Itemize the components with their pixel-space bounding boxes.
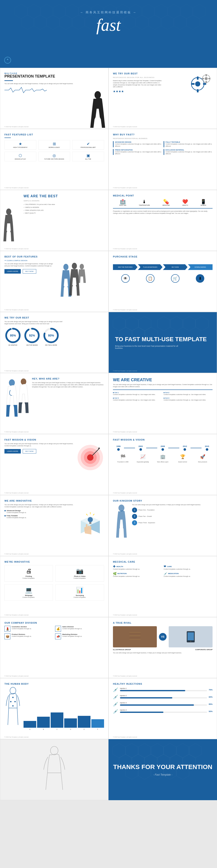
slide-human-body: THE HUMAN BODY	[0, 678, 108, 739]
silhouette-person-left	[0, 208, 17, 251]
svg-line-76	[93, 514, 94, 516]
item-advanced: Advanced Design Content templates throug…	[4, 510, 74, 514]
learn-more-button[interactable]: LEARN MORE	[4, 269, 21, 274]
svg-rect-34	[191, 83, 194, 85]
slide-we-try: WE TRY OUR BEST	[108, 68, 217, 129]
feature-future: ◎ FUTURE VECTORS DESIGN	[38, 152, 70, 161]
slide-thanks: THANKS FOR YOUR ATTENTION - Fast Templat…	[108, 739, 217, 800]
mission-buy-button[interactable]: BUY NOW	[23, 449, 36, 454]
stat-95: 95% 3D GRAPHIC	[4, 327, 22, 346]
syringe-icon-1: 💉	[113, 687, 118, 692]
tl-icon-4: 🏆	[180, 454, 185, 459]
timeline-line-1	[124, 448, 135, 448]
creative-divider	[113, 390, 213, 390]
icon-photo: 📷 Photo & Video Content templates.	[56, 565, 104, 582]
who-body: You can write design and your brief targ…	[32, 382, 104, 388]
slide-mission-left: FAST MISSION & VISION You can write desi…	[0, 434, 108, 495]
innovative-body: You can write design and your brief targ…	[4, 504, 74, 508]
svg-point-87	[10, 687, 16, 694]
slide-pair-11: THE HUMAN BODY	[0, 678, 217, 739]
svg-rect-32	[197, 76, 198, 80]
icon-webpage: 💻 Webpage Content templates.	[4, 584, 53, 601]
year-2003: 2003	[135, 445, 146, 451]
point-1: ✓ CALL/FRIENDLY, it's just as well, it h…	[24, 204, 104, 206]
star-icon: ★	[6, 142, 35, 146]
injection-1-pct: 75%	[209, 689, 213, 691]
buy-now-button[interactable]: BUY NOW	[23, 269, 36, 274]
slide6-right-footer: © 2019 Fast Template is all rights reser…	[113, 431, 213, 433]
download-icon: ⬇	[196, 274, 204, 283]
division-sales: 💰 Sales Division Content templates throu…	[55, 626, 104, 632]
svg-point-45	[80, 264, 84, 269]
survey-icon: 📊	[58, 587, 102, 594]
mission-text: FAST MISSION & VISION You can write desi…	[4, 438, 74, 477]
to-fast-subtitle: Bring your business to the next level no…	[115, 345, 179, 349]
slide4-right-footer: © 2019 Fast Template is all rights reser…	[113, 309, 213, 310]
creative-cols: ■ Col 1 Content templates customize thro…	[113, 392, 213, 401]
pill-icon: 💊	[162, 199, 170, 205]
why-buy-subtitle: RESPONSIVE DESIGN FOR ALL BUSINESS	[113, 137, 213, 140]
to-fast-title: TO FAST MULTI-USE TEMPLATE	[115, 336, 211, 343]
stage-4: DOWNLOADING	[188, 264, 213, 270]
camera-icon: 📷	[58, 567, 102, 575]
slide-true-rival: A TRUE RIVAL VS	[108, 617, 217, 678]
slide-multiuse-body: You can write design and your brief targ…	[4, 83, 104, 85]
injection-2-pct: 60%	[209, 696, 213, 698]
slide-multiuse-title: PRESENTATION TEMPLATE	[4, 74, 104, 79]
features-grid: ★ HIGH TYPOGRAPHY ⊞ WORKS & EASY ✔ PROFE…	[4, 140, 104, 161]
injection-2-bar: Injection 2	[120, 695, 207, 699]
injection-1-bar: Injection 1	[120, 688, 207, 692]
slide-why-buy: WHY BUY FAST? RESPONSIVE DESIGN FOR ALL …	[108, 129, 217, 190]
svg-rect-82	[129, 638, 141, 638]
why-buy-title: WHY BUY FAST?	[113, 133, 213, 136]
purchase-stages: SEE THE FEATURES PLAN ADVANTAGES BUY NOW…	[113, 264, 213, 283]
svg-point-88	[12, 697, 13, 698]
circle-92: 92%	[24, 327, 40, 344]
plan-icon: 📋	[146, 274, 154, 283]
cover-subtitle-cn: ～ 商务风互联网科技通用模板 ～	[0, 0, 217, 14]
innovative-content: WE ARE INNOVATIVE You can write design a…	[4, 499, 104, 543]
stage-icon-3: 🛒	[171, 274, 180, 283]
slide-were-innovative: WE'RE INNOVATIVE 🖨 Printing Content temp…	[0, 556, 108, 617]
device-icon	[184, 630, 197, 643]
gear-icons	[187, 72, 213, 94]
thanks-subtitle: - Fast Template -	[113, 773, 212, 776]
svg-rect-39	[206, 81, 207, 83]
slide11-right-footer: © 2019 Fast Template is all rights reser…	[113, 736, 213, 738]
injection-3-pct: 85%	[209, 703, 213, 705]
mission-learn-button[interactable]: LEARN MORE	[4, 449, 21, 454]
injections-title: HEALTHY INJECTIONS	[113, 683, 213, 685]
svg-rect-35	[203, 83, 206, 85]
cover-logo	[4, 57, 11, 64]
cosmetics-icon: 💄	[4, 626, 10, 632]
check-icon: ✔	[74, 142, 102, 146]
were-innovative-title: WE'RE INNOVATIVE	[4, 560, 104, 563]
medication-icon: 💉	[164, 572, 167, 575]
slide-mission-right: FAST MISSION & VISION 1996 2003	[108, 434, 217, 495]
bar-f	[91, 719, 104, 728]
injection-4-pct: 50%	[209, 710, 213, 712]
svg-rect-41	[208, 78, 211, 79]
tl-icon-5: 🚀	[200, 454, 205, 459]
slide-we-try-body: Easiest way to write a business through …	[113, 80, 164, 88]
features-text: You can write design and your brief targ…	[4, 263, 53, 302]
slide-pair-10: OUR COMPANY DIVISION 💄 Cosmetics Section…	[0, 617, 217, 678]
slide8-right-footer: © 2019 Fast Template is all rights reser…	[113, 553, 213, 555]
best-features-subtitle: ✦ CLEAN & SIMPLE DESIGN	[4, 259, 104, 261]
feature-typography: ★ HIGH TYPOGRAPHY	[4, 140, 36, 150]
slide-pair-3: WE ARE THE BEST SIMPLE & MODERN ✓ CALL/F…	[0, 190, 217, 251]
svg-point-91	[12, 705, 13, 707]
point-2: ✓ SIMPLE & MODERN	[24, 207, 104, 209]
svg-point-77	[119, 504, 124, 512]
eye-icon: 👁	[121, 274, 130, 283]
slide-creative: WE ARE CREATIVE You can write design and…	[108, 373, 217, 434]
stage-num-2: 2	[132, 514, 137, 519]
circle-95: 95%	[4, 327, 22, 344]
injection-1: 💉 Injection 1 75%	[113, 687, 213, 692]
circle-stats: 95% 3D GRAPHIC 92% VECTOR	[4, 327, 104, 346]
timeline-row: 1996 2003 2008	[113, 445, 213, 451]
body-chart: A B C D E F	[24, 687, 104, 730]
slide1-right-footer: © 2019 Fast Template is all rights reser…	[113, 126, 213, 127]
creative-body: You can write design and your brief targ…	[113, 383, 213, 388]
firstaid-icon: 🏥	[119, 199, 126, 205]
